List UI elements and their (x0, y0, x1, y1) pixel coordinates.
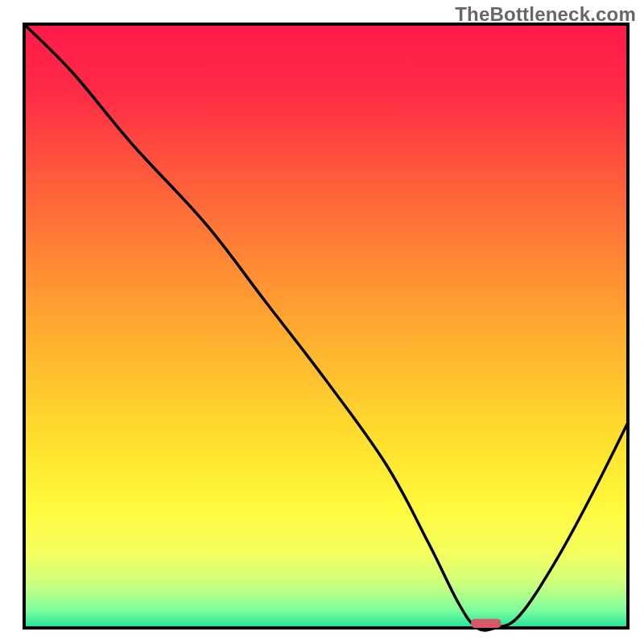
bottleneck-chart: TheBottleneck.com (0, 0, 644, 644)
chart-svg (0, 0, 644, 644)
plot-background (24, 24, 628, 628)
watermark-text: TheBottleneck.com (455, 3, 636, 26)
optimal-marker (471, 619, 502, 628)
